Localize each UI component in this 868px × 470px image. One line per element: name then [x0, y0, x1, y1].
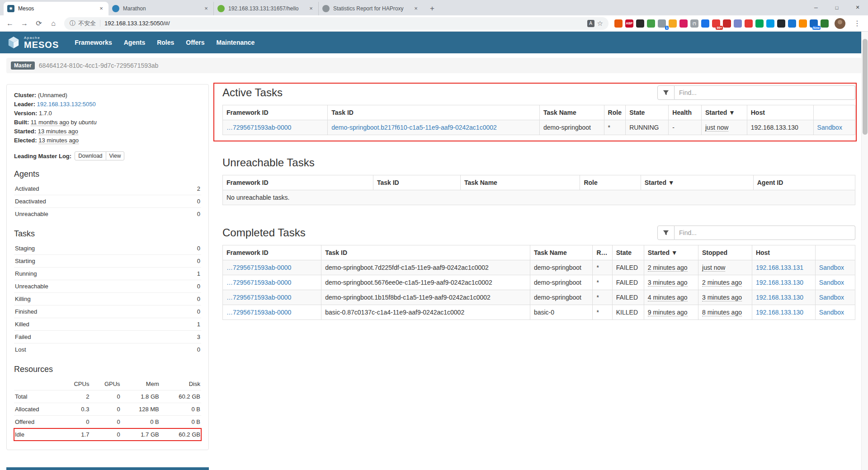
host-link[interactable]: 192.168.133.131 [756, 264, 803, 271]
column-header-sorted[interactable]: Started ▼ [641, 175, 753, 190]
filter-button[interactable] [657, 226, 675, 240]
log-view-button[interactable]: View [106, 151, 125, 160]
extension-icon[interactable] [788, 19, 796, 28]
column-header[interactable]: Task Name [530, 245, 593, 260]
find-input[interactable] [675, 85, 855, 100]
column-header[interactable]: State [612, 245, 644, 260]
find-input[interactable] [675, 226, 855, 240]
extension-icon[interactable] [647, 19, 655, 28]
new-tab-button[interactable]: + [426, 2, 439, 15]
extension-icon[interactable] [679, 19, 688, 28]
sandbox-link[interactable]: Sandbox [817, 124, 842, 131]
tab-marathon[interactable]: Marathon × [108, 2, 213, 15]
nav-item-roles[interactable]: Roles [151, 32, 180, 53]
tab-haproxy-stats[interactable]: Statistics Report for HAProxy × [318, 2, 423, 15]
window-close-button[interactable]: ✕ [847, 0, 868, 15]
sandbox-link[interactable]: Sandbox [819, 309, 844, 316]
extension-icon[interactable] [701, 19, 709, 28]
address-bar[interactable]: ⓘ 不安全 192.168.133.132:5050/#/ A ☆ [64, 17, 609, 30]
leader-link[interactable]: 192.168.133.132:5050 [37, 101, 96, 108]
task-id-link[interactable]: demo-springboot.b217f610-c1a5-11e9-aaf9-… [331, 124, 497, 131]
minimize-button[interactable]: ─ [806, 0, 826, 15]
tab-close-icon[interactable]: × [98, 5, 105, 12]
role: * [593, 305, 612, 320]
framework-link[interactable]: …7295671593ab-0000 [226, 264, 291, 271]
column-header[interactable]: Host [752, 245, 815, 260]
column-header-sorted[interactable]: Started ▼ [702, 105, 747, 120]
host-link[interactable]: 192.168.133.130 [756, 294, 803, 301]
host-link[interactable]: 192.168.133.130 [756, 279, 803, 286]
column-header[interactable]: Role [593, 245, 612, 260]
column-header[interactable]: Role [604, 105, 626, 120]
extension-icon[interactable] [821, 19, 829, 28]
page-scrollbar[interactable] [861, 32, 868, 470]
extension-icon[interactable] [636, 19, 644, 28]
nav-item-agents[interactable]: Agents [118, 32, 151, 53]
back-button[interactable]: ← [4, 17, 16, 30]
translate-icon[interactable]: A [587, 20, 594, 27]
extension-icon[interactable] [799, 19, 807, 28]
extension-icon[interactable]: ABP [625, 19, 633, 28]
column-header[interactable]: Task ID [373, 175, 460, 190]
browser-menu-icon[interactable]: ⋮ [850, 19, 864, 28]
table-row: …7295671593ab-0000 demo-springboot.b217f… [223, 120, 855, 135]
extension-icon[interactable] [614, 19, 623, 28]
column-header[interactable]: Agent ID [753, 175, 855, 190]
page-info-icon[interactable]: ⓘ [70, 19, 75, 28]
column-header[interactable]: State [626, 105, 669, 120]
nav-item-maintenance[interactable]: Maintenance [211, 32, 261, 53]
extension-icon[interactable] [777, 19, 785, 28]
column-header[interactable]: Framework ID [223, 245, 321, 260]
column-header[interactable]: Stopped [698, 245, 752, 260]
sandbox-link[interactable]: Sandbox [819, 264, 844, 271]
stat-label: Failed [14, 331, 178, 343]
column-header[interactable]: Task Name [461, 175, 580, 190]
profile-avatar[interactable] [835, 18, 845, 29]
column-header[interactable]: Task ID [328, 105, 540, 120]
extension-icon[interactable]: New [810, 19, 818, 28]
column-header[interactable]: Framework ID [223, 175, 373, 190]
reload-button[interactable]: ⟳ [33, 17, 45, 30]
column-header[interactable]: Health [669, 105, 702, 120]
tab-mesos[interactable]: ✱ Mesos × [4, 2, 108, 15]
column-header[interactable]: Role [580, 175, 641, 190]
extension-icon[interactable]: 1 [658, 19, 666, 28]
host-link[interactable]: 192.168.133.130 [756, 309, 803, 316]
scrollbar-thumb[interactable] [863, 39, 868, 135]
column-header[interactable]: Task ID [321, 245, 530, 260]
extension-icon[interactable] [734, 19, 742, 28]
built-time: 11 months ago [31, 119, 69, 126]
framework-link[interactable]: …7295671593ab-0000 [226, 294, 291, 301]
sandbox-link[interactable]: Sandbox [819, 294, 844, 301]
sandbox-link[interactable]: Sandbox [819, 279, 844, 286]
extension-icon[interactable] [766, 19, 774, 28]
column-header[interactable]: Host [747, 105, 813, 120]
bookmark-star-icon[interactable]: ☆ [597, 19, 603, 28]
maximize-button[interactable]: □ [826, 0, 847, 15]
table-row: Finished 0 [14, 306, 201, 318]
column-header-sorted[interactable]: Started ▼ [644, 245, 698, 260]
column-header[interactable]: Task Name [539, 105, 604, 120]
tab-close-icon[interactable]: × [307, 5, 315, 12]
extension-icon[interactable]: 99+ [712, 19, 720, 28]
tab-hello-app[interactable]: 192.168.133.131:31657/hello × [213, 2, 318, 15]
extension-icon[interactable] [745, 19, 753, 28]
extension-icon[interactable] [723, 19, 731, 28]
nav-item-offers[interactable]: Offers [180, 32, 210, 53]
home-button[interactable]: ⌂ [47, 17, 60, 30]
tab-close-icon[interactable]: × [412, 5, 420, 12]
tab-close-icon[interactable]: × [203, 5, 210, 12]
extension-icon[interactable] [669, 19, 677, 28]
framework-link[interactable]: …7295671593ab-0000 [226, 279, 291, 286]
framework-link[interactable]: …7295671593ab-0000 [226, 309, 291, 316]
forward-button[interactable]: → [18, 17, 31, 30]
url-text[interactable]: 192.168.133.132:5050/#/ [104, 20, 585, 27]
extension-icon[interactable]: (*) [690, 19, 698, 28]
log-download-button[interactable]: Download [75, 151, 106, 160]
extension-icon[interactable] [755, 19, 764, 28]
framework-link[interactable]: …7295671593ab-0000 [226, 124, 291, 131]
column-header[interactable]: Framework ID [223, 105, 328, 120]
mesos-brand[interactable]: Apache MESOS [7, 36, 59, 49]
filter-button[interactable] [657, 85, 675, 100]
nav-item-frameworks[interactable]: Frameworks [69, 32, 118, 53]
